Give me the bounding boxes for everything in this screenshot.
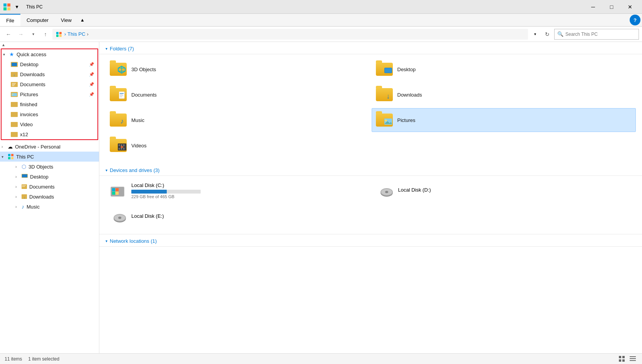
sidebar-item-documents[interactable]: Documents 📌 <box>2 79 97 89</box>
sidebar-item-x12[interactable]: x12 <box>2 129 97 139</box>
pictures-folder-name: Pictures <box>397 117 416 123</box>
sidebar-item-desktop[interactable]: Desktop 📌 <box>2 59 97 69</box>
search-input[interactable] <box>554 29 639 40</box>
svg-point-73 <box>118 217 121 219</box>
3d-objects-name: 3D Objects <box>131 67 156 72</box>
tab-computer[interactable]: Computer <box>20 14 55 26</box>
folder-item-downloads[interactable]: ↓ Downloads <box>372 83 636 107</box>
quick-access-region: ▾ ★ Quick access Desktop 📌 ↓ Downloads 📌 <box>1 48 98 140</box>
folder-item-desktop[interactable]: Desktop <box>372 57 636 81</box>
folder-item-music[interactable]: ♪ Music <box>106 108 370 132</box>
sidebar-item-onedrive[interactable]: › ☁ OneDrive - Personal <box>0 142 99 152</box>
forward-button[interactable]: → <box>15 29 26 40</box>
address-expand-button[interactable]: ▾ <box>530 29 540 40</box>
sidebar-item-pictures[interactable]: Pictures 📌 <box>2 89 97 99</box>
sidebar-finished-label: finished <box>20 102 37 107</box>
music-folder-icon-large: ♪ <box>109 111 127 129</box>
svg-rect-24 <box>11 154 13 156</box>
address-path[interactable]: › This PC › <box>52 29 528 40</box>
devices-section-header[interactable]: ▾ Devices and drives (3) <box>99 164 642 176</box>
svg-rect-80 <box>630 360 636 361</box>
disk-c-icon <box>109 183 127 199</box>
sidebar-desktop-pc-label: Desktop <box>30 174 49 180</box>
status-bar: 11 items 1 item selected <box>0 353 642 364</box>
ribbon-collapse-button[interactable]: ▲ <box>78 15 87 25</box>
svg-point-69 <box>385 191 388 193</box>
maximize-button[interactable]: □ <box>603 0 620 14</box>
path-this-pc: › <box>64 31 66 37</box>
window-title: This PC <box>26 4 584 10</box>
folder-item-videos[interactable]: Videos <box>106 134 370 157</box>
svg-rect-1 <box>7 3 10 7</box>
sidebar-item-documents-pc[interactable]: › Documents <box>0 182 99 192</box>
disk-item-e[interactable]: Local Disk (E:) <box>106 205 369 228</box>
svg-rect-15 <box>12 85 14 86</box>
help-button[interactable]: ? <box>630 15 640 25</box>
desktop-pc-chevron: › <box>15 175 20 179</box>
svg-rect-55 <box>123 145 124 145</box>
folder-item-3d-objects[interactable]: 3D Objects <box>106 57 370 81</box>
network-section-label: Network locations (1) <box>110 238 157 244</box>
sidebar-this-pc-label: This PC <box>16 154 34 160</box>
minimize-button[interactable]: ─ <box>584 0 602 14</box>
sidebar-docs-pc-label: Documents <box>29 184 55 190</box>
sidebar-music-pc-label: Music <box>27 204 40 210</box>
downloads-pc-icon: ↓ <box>22 194 27 200</box>
folder-item-documents[interactable]: Documents <box>106 83 370 107</box>
svg-rect-25 <box>8 157 10 159</box>
sidebar-item-downloads[interactable]: ↓ Downloads 📌 <box>2 69 97 79</box>
large-icons-view-button[interactable] <box>617 354 627 364</box>
sidebar-item-quick-access[interactable]: ▾ ★ Quick access <box>2 49 97 59</box>
svg-rect-58 <box>123 149 124 149</box>
svg-rect-39 <box>385 68 392 73</box>
disk-d-icon <box>376 183 394 199</box>
devices-chevron-icon: ▾ <box>106 168 107 172</box>
quick-access-chevron: ▾ <box>3 52 8 57</box>
sidebar-item-3d-objects[interactable]: › ⬡ 3D Objects <box>0 162 99 172</box>
this-pc-chevron: ▾ <box>2 155 6 159</box>
folder-item-pictures[interactable]: Pictures <box>372 108 636 132</box>
disk-item-c[interactable]: Local Disk (C:) 229 GB free of 465 GB <box>106 179 369 202</box>
nav-dropdown-button[interactable]: ▾ <box>28 29 39 40</box>
svg-rect-65 <box>116 192 119 195</box>
up-button[interactable]: ↑ <box>40 29 51 40</box>
disk-item-d[interactable]: Local Disk (D:) <box>372 179 636 202</box>
tab-view[interactable]: View <box>55 14 78 26</box>
svg-rect-57 <box>121 149 122 149</box>
scroll-up-arrow[interactable]: ▲ <box>0 42 7 48</box>
folders-grid: 3D Objects Desktop <box>99 54 642 160</box>
desktop-folder-icon <box>11 61 18 68</box>
network-section-header[interactable]: ▾ Network locations (1) <box>99 234 642 247</box>
svg-rect-53 <box>119 145 120 145</box>
tab-file[interactable]: File <box>0 14 20 26</box>
details-view-button[interactable] <box>628 354 637 364</box>
sidebar-item-this-pc[interactable]: ▾ This PC <box>0 152 99 162</box>
sidebar-item-video[interactable]: Video <box>2 119 97 129</box>
star-icon: ★ <box>9 51 14 57</box>
sidebar-item-downloads-pc[interactable]: › ↓ Downloads <box>0 192 99 202</box>
sidebar-item-desktop-pc[interactable]: › Desktop <box>0 172 99 182</box>
documents-folder-icon-large <box>109 85 127 104</box>
svg-text:↓: ↓ <box>23 196 25 199</box>
back-button[interactable]: ← <box>3 29 14 40</box>
folders-section-header[interactable]: ▾ Folders (7) <box>99 42 642 54</box>
svg-rect-56 <box>119 149 120 149</box>
refresh-button[interactable]: ↻ <box>542 29 553 40</box>
downloads-folder-name: Downloads <box>397 92 422 98</box>
svg-text:♪: ♪ <box>121 117 124 125</box>
svg-rect-19 <box>11 102 18 107</box>
pictures-pin-icon: 📌 <box>89 92 94 97</box>
svg-point-18 <box>12 94 13 95</box>
videos-folder-icon-large <box>109 136 127 155</box>
ribbon-tabs: File Computer View ▲ ? <box>0 14 642 26</box>
customize-qat-button[interactable]: ▼ <box>12 2 22 12</box>
sidebar-item-invoices[interactable]: invoices <box>2 109 97 119</box>
invoices-folder-icon <box>11 111 18 118</box>
sidebar-item-music-pc[interactable]: › ♪ Music <box>0 202 99 212</box>
close-button[interactable]: ✕ <box>621 0 639 14</box>
address-bar: ← → ▾ ↑ › This PC › ▾ ↻ 🔍 <box>0 27 642 42</box>
sidebar: ▲ ▾ ★ Quick access Desktop 📌 ↓ <box>0 42 99 353</box>
sidebar-item-finished[interactable]: finished <box>2 99 97 109</box>
svg-rect-76 <box>619 359 621 362</box>
disk-c-space: 229 GB free of 465 GB <box>131 194 366 199</box>
